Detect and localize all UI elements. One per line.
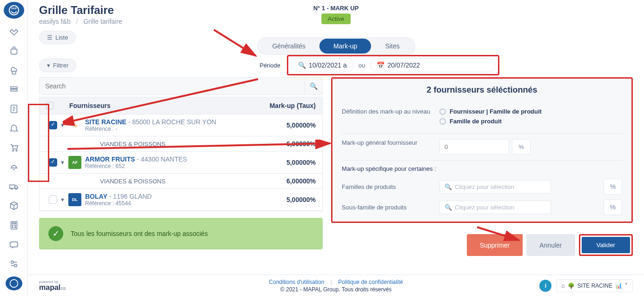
banner-text: Tous les fournisseurs ont des mark-up as… (71, 230, 208, 237)
row-checkbox[interactable] (49, 121, 57, 129)
markup-value: 5,00000% (255, 121, 316, 129)
svg-point-13 (14, 225, 15, 226)
periode-start-field[interactable]: 🔍 10/02/2021 a (291, 58, 354, 72)
privacy-link[interactable]: Politique de confidentialité (338, 279, 403, 285)
familles-select[interactable]: 🔍Cliquez pour sélection (439, 180, 551, 194)
handshake-icon[interactable] (6, 24, 22, 38)
svg-rect-11 (12, 223, 15, 224)
supprimer-button[interactable]: Supprimer (467, 234, 523, 256)
success-banner: ✓ Tous les fournisseurs ont des mark-up … (39, 218, 323, 249)
valider-button[interactable]: Valider (582, 237, 631, 253)
site-name: SITE RACINE (578, 283, 612, 289)
box-icon[interactable] (6, 199, 22, 213)
app-logo[interactable] (4, 2, 24, 19)
svg-point-12 (12, 225, 13, 226)
percent-unit: % (604, 199, 622, 215)
document-icon[interactable] (6, 102, 22, 116)
tab-markup[interactable]: Mark-up (319, 39, 371, 54)
svg-point-18 (14, 264, 16, 267)
col-markup: Mark-up (Taux) (232, 102, 316, 109)
tab-sites[interactable]: Sites (371, 39, 413, 54)
search-icon: 🔍 (298, 61, 306, 69)
supplier-name: ARMOR FRUITS (85, 155, 135, 163)
tab-bar: Généralités Mark-up Sites (257, 37, 415, 55)
table-subrow[interactable]: VIANDES & POISSONS6,00000% (40, 136, 322, 152)
periode-label: Période (259, 62, 280, 69)
table-row[interactable]: ▼🏷️SITE RACINE - 85000 LA ROCHE SUR YONR… (40, 114, 322, 136)
percent-unit: % (512, 139, 531, 155)
supplier-logo: AF (68, 156, 81, 169)
footer-brand: powered by mapalos (39, 280, 66, 291)
action-row: Supprimer Annuler Valider (331, 234, 633, 256)
chef-icon[interactable] (6, 63, 22, 77)
expand-icon[interactable]: ▼ (60, 160, 68, 165)
app-logo-bottom[interactable] (6, 276, 22, 290)
search-input[interactable] (39, 77, 305, 95)
table-row[interactable]: ▼DLBOLAY - 1196 GLANDRéférence : 455445,… (40, 189, 322, 211)
sousfamilles-select[interactable]: 🔍Cliquez pour sélection (439, 201, 551, 214)
valider-highlight: Valider (579, 234, 633, 256)
filtrer-label: Filtrer (53, 62, 68, 69)
suppliers-panel: 🔍 Fournisseurs Mark-up (Taux) ▼🏷️SITE RA… (39, 77, 323, 268)
category-name: VIANDES & POISSONS (100, 141, 255, 148)
bag-icon[interactable] (6, 44, 22, 58)
svg-point-15 (14, 227, 15, 228)
search-button[interactable]: 🔍 (305, 77, 323, 95)
tab-generalites[interactable]: Généralités (258, 39, 319, 54)
expand-icon[interactable]: ▼ (60, 197, 68, 202)
definition-label: Définition des mark-up au niveau (342, 108, 439, 115)
terms-link[interactable]: Conditions d'utilisation (269, 279, 324, 285)
select-all-checkbox[interactable] (46, 102, 53, 109)
expand-icon[interactable]: ▼ (60, 122, 68, 128)
periode-end-field[interactable]: 📅 20/07/2022 (370, 58, 495, 72)
percent-unit: % (604, 179, 622, 195)
table-header: Fournisseurs Mark-up (Taux) (39, 97, 323, 114)
cart-icon[interactable] (6, 141, 22, 155)
filter-row: ▾ Filtrer Période 🔍 10/02/2021 a ou 📅 20… (39, 55, 633, 75)
footer: powered by mapalos Conditions d'utilisat… (28, 275, 644, 296)
supplier-address: 1196 GLAND (113, 193, 152, 200)
radio-opt-1[interactable]: Fournisseur | Famille de produit (439, 108, 622, 115)
breadcrumb-root[interactable]: easilys f&b (39, 18, 71, 25)
supplier-ref: Référence : 652 (85, 163, 255, 169)
bell-icon[interactable] (6, 121, 22, 135)
radio-icon (439, 118, 446, 125)
table-subrow[interactable]: VIANDES & POISSONS6,00000% (40, 174, 322, 189)
general-markup-input[interactable] (439, 139, 509, 155)
check-icon: ✓ (48, 226, 63, 241)
list-icon: ☰ (47, 34, 53, 41)
table-body: ▼🏷️SITE RACINE - 85000 LA ROCHE SUR YONR… (39, 114, 323, 211)
settings-icon[interactable] (6, 257, 22, 271)
filtrer-button[interactable]: ▾ Filtrer (39, 59, 76, 72)
supplier-logo: 🏷️ (68, 119, 81, 132)
truck-icon[interactable] (6, 180, 22, 194)
table-row[interactable]: ▼AFARMOR FRUITS - 44300 NANTESRéférence … (40, 152, 322, 174)
svg-point-9 (15, 188, 17, 189)
layers-icon[interactable] (6, 82, 22, 96)
calculator-icon[interactable] (6, 218, 22, 232)
supplier-logo: DL (68, 193, 81, 206)
liste-label: Liste (55, 34, 68, 41)
info-icon[interactable]: i (539, 280, 551, 292)
dish-icon[interactable] (6, 160, 22, 174)
supplier-ref: Référence : - (85, 126, 255, 132)
annuler-button[interactable]: Annuler (526, 234, 575, 256)
filter-icon: ▾ (47, 62, 50, 69)
radio-opt-2[interactable]: Famille de produit (439, 118, 622, 125)
svg-point-8 (11, 188, 13, 189)
search-bar: 🔍 (39, 77, 323, 95)
liste-button[interactable]: ☰ Liste (39, 31, 76, 44)
supplier-name: SITE RACINE (85, 118, 126, 126)
site-selector[interactable]: ⌂ 🌳 SITE RACINE 📊 ˅ (556, 279, 633, 292)
supplier-ref: Référence : 45544 (85, 200, 255, 207)
chat-icon[interactable] (6, 238, 22, 252)
home-icon: ⌂ (561, 283, 564, 289)
general-markup-label: Mark-up général fournisseur (342, 139, 439, 146)
col-fournisseurs: Fournisseurs (60, 102, 232, 109)
row-checkbox[interactable] (49, 195, 57, 204)
config-box: 2 fournisseurs séléctionnés Définition d… (331, 77, 633, 223)
row-checkbox[interactable] (49, 158, 57, 167)
search-icon: 🔍 (445, 204, 452, 211)
breadcrumb-sep: / (76, 18, 78, 25)
supplier-name: BOLAY (85, 193, 107, 200)
